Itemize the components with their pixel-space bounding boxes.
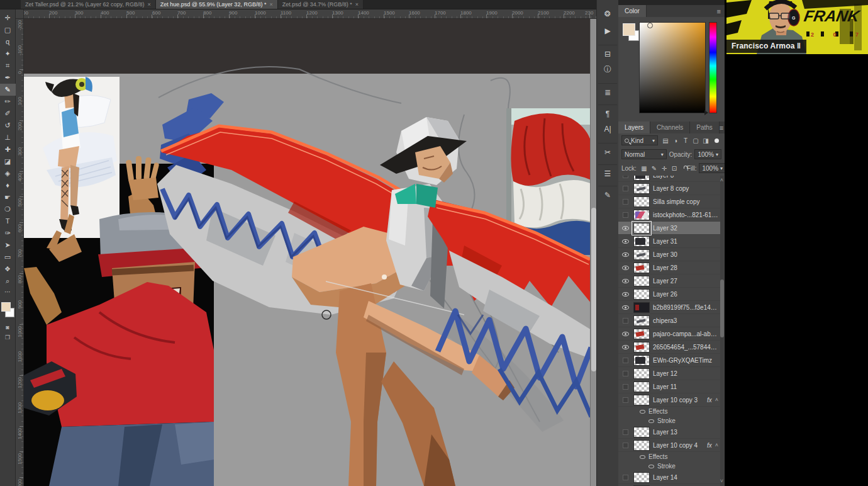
filter-icon[interactable]: ▤ xyxy=(660,136,670,145)
tool-button[interactable]: T xyxy=(0,215,16,227)
tool-button[interactable]: ✛ xyxy=(0,12,16,24)
filter-toggle-icon[interactable] xyxy=(715,138,719,143)
layer-row[interactable]: Layer 10 copy 3 fx ˄ xyxy=(618,393,721,407)
layer-row[interactable]: chipera3 fx ˄ xyxy=(618,314,721,327)
visibility-toggle[interactable] xyxy=(621,250,630,259)
more-tools-button[interactable]: ⋯ xyxy=(0,287,16,296)
vertical-ruler[interactable]: -200-10001002003004005006007008009001000… xyxy=(16,19,24,486)
blend-mode-dropdown[interactable]: Normal ▾ xyxy=(621,149,667,159)
horizontal-ruler[interactable]: 0020030040050060070080090010001100120013… xyxy=(24,9,596,19)
panel-icon[interactable]: A| xyxy=(598,122,617,137)
document-tab[interactable]: Zet Taller.psd @ 21.2% (Layer 62 copy, R… xyxy=(21,0,156,9)
document-tab[interactable]: Zet hue.psd @ 55.9% (Layer 32, RGB/8) * … xyxy=(156,0,278,9)
layer-row[interactable]: Effects fx ˄ xyxy=(618,407,721,416)
color-picker-field[interactable] xyxy=(639,22,706,113)
lock-option-icon[interactable]: ✛ xyxy=(659,164,669,172)
filter-icon[interactable]: ◑ xyxy=(670,136,681,145)
visibility-toggle[interactable] xyxy=(621,223,630,233)
close-icon[interactable]: × xyxy=(355,1,359,8)
tool-button[interactable]: ɋ xyxy=(0,36,16,48)
layer-row[interactable]: Layer 8 copy fx ˄ xyxy=(618,182,721,195)
tool-button[interactable]: ▭ xyxy=(0,251,16,263)
layer-row[interactable]: Layer 12 fx ˄ xyxy=(618,367,721,380)
tab-color[interactable]: Color xyxy=(618,5,647,17)
tool-button[interactable]: ◪ xyxy=(0,155,16,167)
tool-button[interactable]: ⌗ xyxy=(0,60,16,72)
lock-option-icon[interactable]: ⊡ xyxy=(669,164,679,172)
layer-row[interactable]: Stroke fx ˄ xyxy=(618,416,721,426)
foreground-color-swatch[interactable] xyxy=(623,23,635,36)
tool-button[interactable]: ✦ xyxy=(0,48,16,60)
visibility-toggle[interactable] xyxy=(621,237,630,246)
visibility-toggle[interactable] xyxy=(621,184,630,193)
layers-panel-tab[interactable]: Channels xyxy=(650,122,690,133)
visibility-toggle[interactable] xyxy=(621,276,630,286)
visibility-toggle[interactable] xyxy=(621,316,630,325)
visibility-toggle[interactable] xyxy=(621,356,630,365)
visibility-toggle[interactable] xyxy=(621,382,630,392)
panel-icon[interactable]: ☰ xyxy=(598,164,617,179)
filter-icon[interactable]: T xyxy=(681,136,691,145)
visibility-toggle[interactable] xyxy=(621,369,630,378)
visibility-toggle[interactable] xyxy=(621,303,630,312)
layer-row[interactable]: Layer 10 copy 4 fx ˄ xyxy=(618,439,721,452)
tool-button[interactable]: ⌕ xyxy=(0,275,16,287)
layers-scrollbar[interactable] xyxy=(720,176,724,486)
panel-icon[interactable]: ❂ xyxy=(598,6,617,21)
layer-row[interactable]: Layer 11 fx ˄ xyxy=(618,380,721,393)
hue-slider[interactable] xyxy=(709,22,717,113)
tool-button[interactable]: ❍ xyxy=(0,203,16,215)
layer-row[interactable]: Layer 27 fx ˄ xyxy=(618,274,721,288)
layer-row[interactable]: Layer 13 fx ˄ xyxy=(618,426,721,439)
tool-button[interactable]: ✑ xyxy=(0,227,16,239)
layer-row[interactable]: Layer 26 fx ˄ xyxy=(618,288,721,301)
fx-expander-icon[interactable]: ˄ xyxy=(715,397,718,403)
panel-icon[interactable]: ⓘ xyxy=(598,62,617,77)
layer-row[interactable]: Layer 28 fx ˄ xyxy=(618,261,721,274)
panel-icon[interactable]: ✂ xyxy=(598,143,617,158)
layer-row[interactable]: Layer 8 fx ˄ xyxy=(618,176,721,182)
panel-icon[interactable]: ≣ xyxy=(598,83,617,98)
visibility-toggle[interactable] xyxy=(621,329,630,339)
document-tab[interactable]: Zet.psd @ 34.7% (RGB/8) * × xyxy=(278,0,364,9)
color-picker-marker[interactable] xyxy=(647,23,653,28)
tool-button[interactable]: ➤ xyxy=(0,239,16,251)
layer-row[interactable]: EWn-GRyXQAETimz fx ˄ xyxy=(618,354,721,367)
kind-filter-dropdown[interactable]: Kind ▾ xyxy=(621,135,658,145)
tool-button[interactable]: ✒ xyxy=(0,72,16,84)
filter-icon[interactable]: ▢ xyxy=(691,136,701,145)
layer-row[interactable]: Layer 30 fx ˄ xyxy=(618,248,721,261)
foreground-color-swatch[interactable] xyxy=(1,302,11,312)
opacity-input[interactable]: 100% ▾ xyxy=(694,149,721,159)
quick-mask-button[interactable]: ◙ xyxy=(0,322,16,332)
tool-button[interactable]: ✎ xyxy=(0,84,16,96)
panel-icon[interactable]: ¶ xyxy=(598,105,617,120)
layers-panel-tab[interactable]: Layers xyxy=(618,122,650,133)
screen-mode-button[interactable]: ❐ xyxy=(0,332,16,342)
tool-button[interactable]: ☛ xyxy=(0,191,16,203)
fx-expander-icon[interactable]: ˄ xyxy=(715,442,718,448)
tool-button[interactable]: ⊥ xyxy=(0,132,16,144)
layer-row[interactable]: Stroke fx ˄ xyxy=(618,461,721,471)
visibility-toggle[interactable] xyxy=(621,427,630,437)
close-icon[interactable]: × xyxy=(147,1,150,8)
visibility-toggle[interactable] xyxy=(621,290,630,299)
tool-button[interactable]: ▢ xyxy=(0,24,16,36)
panel-menu-icon[interactable]: ≡ xyxy=(717,5,725,17)
visibility-toggle[interactable] xyxy=(621,210,630,220)
layer-row[interactable]: pajaro-campa...al-abc-color fx ˄ xyxy=(618,327,721,341)
layer-row[interactable]: Layer 31 fx ˄ xyxy=(618,235,721,248)
panel-icon[interactable]: ⊟ xyxy=(598,45,617,60)
scroll-up-icon[interactable]: ˄ xyxy=(720,177,723,183)
tool-button[interactable]: ✏ xyxy=(0,96,16,108)
tool-button[interactable]: ↺ xyxy=(0,120,16,132)
layer-row[interactable]: b2b89199f75...f3e14d1d96 fx ˄ xyxy=(618,301,721,314)
panel-icon[interactable]: ✎ xyxy=(598,186,617,201)
visibility-toggle[interactable] xyxy=(621,176,630,180)
layer-row[interactable]: Effects fx ˄ xyxy=(618,452,721,461)
tool-button[interactable]: ✚ xyxy=(0,144,16,155)
canvas-scrollbar[interactable] xyxy=(590,19,596,486)
visibility-toggle[interactable] xyxy=(621,395,630,405)
visibility-toggle[interactable] xyxy=(621,473,630,482)
tool-button[interactable]: ◈ xyxy=(0,167,16,179)
